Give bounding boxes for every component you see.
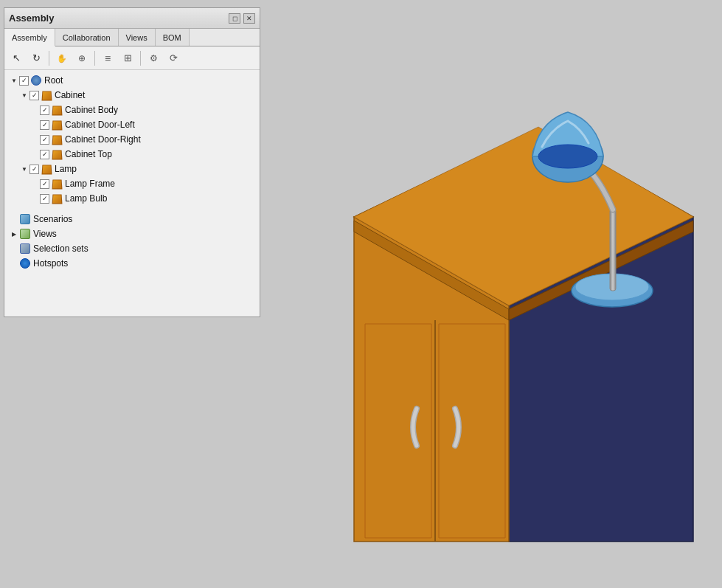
zoom-tool-button[interactable] [73,49,91,67]
lamp-frame-label: Lamp Frame [65,179,115,189]
tree-node-lamp-bulb[interactable]: Lamp Bulb [6,191,258,206]
component-icon-top [52,150,62,159]
tree-node-lamp-frame[interactable]: Lamp Frame [6,176,258,191]
expand-root[interactable] [9,75,19,86]
pan-tool-button[interactable] [53,49,71,67]
tree-node-selection-sets[interactable]: Selection sets [6,241,258,256]
panel-title: Assembly [9,13,54,24]
tab-bom[interactable]: BOM [156,29,190,46]
expand-cabinet[interactable] [19,90,29,100]
lamp-label: Lamp [55,164,77,174]
tree-node-cabinet-door-left[interactable]: Cabinet Door-Left [6,117,258,132]
expand-hotspots [9,258,19,269]
checkbox-cabinet-top[interactable] [40,150,49,159]
component-icon-frame [52,179,62,189]
expand-views[interactable] [9,229,19,239]
checkbox-cabinet-body[interactable] [40,106,49,115]
checkbox-lamp[interactable] [29,165,39,174]
toolbar-separator-1 [49,51,49,66]
expand-lamp-bulb [29,193,40,204]
lamp-shade-inner [538,145,597,168]
hotspots-icon [19,257,31,269]
settings-button[interactable] [145,49,162,67]
checkbox-root[interactable] [19,76,29,86]
list-icon [105,52,111,64]
tree-node-cabinet[interactable]: Cabinet [6,88,258,103]
tab-collaboration[interactable]: Collaboration [55,29,119,46]
scenarios-folder-icon [20,214,30,224]
tree-node-views[interactable]: Views [6,226,258,241]
assembly-icon [31,75,41,86]
lamp-frame-icon [51,178,63,190]
scenarios-icon [19,213,31,225]
expand-scenarios [9,214,19,224]
main-3d-view [265,0,722,588]
door-right-label: Cabinet Door-Right [65,134,141,145]
checkbox-door-right[interactable] [40,135,49,145]
tab-assembly[interactable]: Assembly [4,29,55,46]
expand-door-right [29,134,40,145]
door-left-icon [51,119,63,131]
refresh-button[interactable] [164,49,182,67]
selection-sets-icon [19,243,31,255]
close-button[interactable]: ✕ [243,13,255,24]
component-icon-cabinet [41,91,52,100]
views-icon [19,228,31,240]
refresh-icon [170,52,178,63]
component-icon-door-left [52,120,62,130]
rotate-tool-button[interactable] [27,49,45,67]
expand-lamp[interactable] [19,164,29,174]
zoom-icon [78,53,86,63]
door-right-icon [51,134,63,145]
3d-scene-svg [280,25,708,564]
component-icon-bulb [52,194,62,204]
cabinet-label: Cabinet [55,90,85,100]
expand-cabinet-top [29,149,40,159]
tree-node-cabinet-body[interactable]: Cabinet Body [6,103,258,117]
component-icon-door-right [52,135,62,145]
restore-button[interactable]: ◻ [229,13,240,24]
list-view-button[interactable] [99,49,117,67]
rotate-icon [32,52,41,63]
assembly-toolbar [4,46,260,70]
table-view-button[interactable] [119,49,136,67]
door-left-label: Cabinet Door-Left [65,120,135,130]
expand-cabinet-body [29,105,40,115]
lamp-pole [610,210,616,291]
cabinet-icon [41,89,52,101]
scenarios-label: Scenarios [33,214,72,224]
tree-node-hotspots[interactable]: Hotspots [6,256,258,271]
hotspots-dot-icon [20,258,30,269]
tree-node-cabinet-door-right[interactable]: Cabinet Door-Right [6,132,258,147]
panel-titlebar: Assembly ◻ ✕ [4,8,260,29]
select-tool-button[interactable] [7,49,25,67]
checkbox-lamp-bulb[interactable] [40,194,49,204]
views-label: Views [33,229,57,239]
table-icon [124,52,132,63]
checkbox-door-left[interactable] [40,120,49,130]
hotspots-label: Hotspots [33,258,68,269]
component-icon-body [52,106,62,115]
expand-selection-sets [9,243,19,254]
scene-container [280,25,708,564]
assembly-tree: Root Cabinet Cabinet Body Cabinet Door-L… [4,70,260,317]
toolbar-separator-3 [140,51,141,66]
tab-views[interactable]: Views [119,29,156,46]
selection-folder-icon [20,243,30,254]
expand-door-left [29,120,40,130]
toolbar-separator-2 [94,51,95,66]
gear-icon [150,53,158,63]
lamp-icon [41,163,52,175]
tree-node-root[interactable]: Root [6,73,258,88]
views-folder-icon [20,229,30,239]
panel-controls: ◻ ✕ [229,13,255,24]
checkbox-lamp-frame[interactable] [40,179,49,189]
tree-node-scenarios[interactable]: Scenarios [6,212,258,226]
lamp-bulb-label: Lamp Bulb [65,193,107,204]
checkbox-cabinet[interactable] [29,91,39,100]
cabinet-top-label: Cabinet Top [65,149,112,159]
tab-bar: Assembly Collaboration Views BOM [4,29,260,46]
tree-node-lamp[interactable]: Lamp [6,162,258,176]
expand-lamp-frame [29,179,40,189]
tree-node-cabinet-top[interactable]: Cabinet Top [6,147,258,162]
